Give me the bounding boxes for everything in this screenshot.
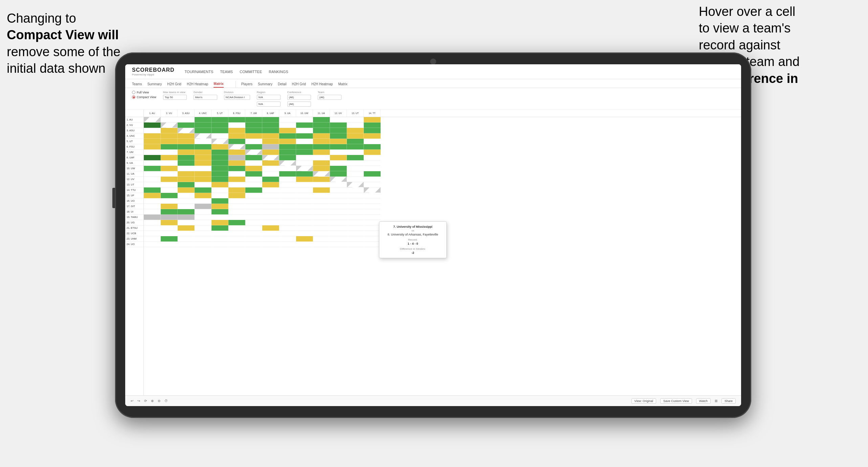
compact-view-option[interactable]: Compact View (132, 95, 156, 99)
region-filter: Region N/A N/A (257, 91, 281, 107)
table-row (144, 166, 741, 171)
tooltip-record-label: Record: (384, 238, 442, 241)
sub-tabs: Teams Summary H2H Grid H2H Heatmap Matri… (125, 79, 741, 88)
annotation-left-line3: remove some of the (7, 45, 120, 59)
full-view-radio[interactable] (132, 91, 135, 94)
team-select[interactable]: (All) (318, 95, 341, 100)
row-label-19: 19. TAMU (125, 215, 143, 220)
tab-teams[interactable]: Teams (132, 81, 142, 87)
row-label-3: 3. ASU (125, 128, 143, 133)
table-row (144, 150, 741, 155)
tab-matrix2[interactable]: Matrix (338, 81, 348, 87)
annotation-right-line3: record against (699, 38, 780, 52)
tablet-frame: SCOREBOARD Powered by clippd TOURNAMENTS… (115, 52, 751, 418)
logo-title: SCOREBOARD (132, 67, 175, 73)
table-row (144, 128, 741, 133)
division-filter: Division NCAA Division I (224, 91, 250, 100)
row-label-11: 11. UA (125, 171, 143, 177)
table-row (144, 204, 741, 209)
gender-select[interactable]: Men's (194, 95, 217, 100)
row-label-10: 10. UW (125, 166, 143, 171)
tooltip-team1: 7. University of Mississippi (384, 225, 442, 228)
compact-view-radio[interactable] (132, 95, 135, 99)
logo-subtitle: Powered by clippd (132, 73, 154, 76)
col-headers: 1. AU 2. VU 3. ASU 4. UNC 5. UT 6. FSU 7… (144, 110, 741, 117)
row-label-17: 17. GIT (125, 204, 143, 209)
row-label-14: 14. TTU (125, 187, 143, 193)
row-labels: 1. AU 2. VU 3. ASU 4. UNC 5. UT 6. FSU 7… (125, 110, 144, 395)
gender-label: Gender (194, 91, 217, 94)
row-label-23: 23. UNM (125, 236, 143, 242)
max-teams-filter: Max teams in view Top 50 (163, 91, 187, 100)
tab-players[interactable]: Players (241, 81, 252, 87)
nav-rankings[interactable]: RANKINGS (269, 68, 288, 75)
full-view-option[interactable]: Full View (132, 91, 156, 94)
matrix-area: 1. AU 2. VU 3. ASU 4. UNC 5. UT 6. FSU 7… (125, 110, 741, 395)
tab-h2h-heatmap2[interactable]: H2H Heatmap (311, 81, 333, 87)
tab-detail[interactable]: Detail (278, 81, 287, 87)
region-select2[interactable]: N/A (257, 102, 281, 107)
row-label-15: 15. UF (125, 193, 143, 198)
table-row (144, 182, 741, 187)
table-row (144, 123, 741, 128)
nav-tournaments[interactable]: TOURNAMENTS (185, 68, 214, 75)
row-label-7: 7. UM (125, 150, 143, 155)
annotation-right-line2: to view a team's (699, 21, 791, 35)
max-teams-label: Max teams in view (163, 91, 187, 94)
tab-matrix1[interactable]: Matrix (214, 81, 223, 88)
tablet-screen: SCOREBOARD Powered by clippd TOURNAMENTS… (125, 64, 741, 406)
tab-summary2[interactable]: Summary (258, 81, 272, 87)
row-label-16: 16. UO (125, 198, 143, 204)
tab-h2h-grid2[interactable]: H2H Grid (292, 81, 306, 87)
tab-summary1[interactable]: Summary (147, 81, 162, 87)
tooltip-record: 1 - 4 - 0 (384, 242, 442, 245)
annotation-right-line1: Hover over a cell (699, 4, 795, 19)
table-row (144, 133, 741, 139)
table-row (144, 187, 741, 193)
conference-select2[interactable]: (All) (287, 102, 311, 107)
scoreboard-header: SCOREBOARD Powered by clippd TOURNAMENTS… (125, 64, 741, 79)
conference-select1[interactable]: (All) (287, 95, 311, 100)
row-label-13: 13. UT (125, 182, 143, 187)
col-10: 10. UW (296, 110, 313, 117)
row-label-1: 1. AU (125, 117, 143, 123)
annotation-left-line4: initial data shown (7, 61, 106, 75)
gender-filter: Gender Men's (194, 91, 217, 100)
tab-h2h-heatmap1[interactable]: H2H Heatmap (187, 81, 208, 87)
table-row (144, 144, 741, 150)
col-8: 8. UAF (262, 110, 279, 117)
annotation-left-line1: Changing to (7, 11, 76, 25)
row-label-6: 6. FSU (125, 144, 143, 150)
region-label: Region (257, 91, 281, 94)
row-label-18: 18. UI (125, 209, 143, 215)
row-label-22: 22. UCB (125, 231, 143, 236)
table-row (144, 198, 741, 204)
conference-filter: Conference (All) (All) (287, 91, 311, 107)
col-12: 12. UV (330, 110, 347, 117)
row-label-5: 5. UT (125, 139, 143, 144)
tab-h2h-grid1[interactable]: H2H Grid (167, 81, 181, 87)
tooltip-strokes-label: Difference in Strokes: (384, 247, 442, 250)
table-row (144, 160, 741, 166)
main-nav: TOURNAMENTS TEAMS COMMITTEE RANKINGS (185, 68, 288, 75)
col-1: 1. AU (144, 110, 161, 117)
nav-committee[interactable]: COMMITTEE (240, 68, 262, 75)
max-teams-select[interactable]: Top 50 (163, 95, 187, 100)
filters-row: Full View Compact View Max teams in view… (125, 88, 741, 110)
row-label-2: 2. VU (125, 123, 143, 128)
table-row (144, 209, 741, 215)
cell-tooltip: 7. University of Mississippi vs 8. Unive… (379, 221, 447, 258)
region-select1[interactable]: N/A (257, 95, 281, 100)
col-3: 3. ASU (178, 110, 195, 117)
annotation-left-bold: Compact View will (7, 28, 119, 42)
row-label-8: 8. UAF (125, 155, 143, 160)
table-row (144, 171, 741, 177)
division-select[interactable]: NCAA Division I (224, 95, 250, 100)
scoreboard-logo: SCOREBOARD Powered by clippd (132, 67, 175, 76)
nav-teams[interactable]: TEAMS (220, 68, 233, 75)
col-5: 5. UT (212, 110, 228, 117)
division-label: Division (224, 91, 250, 94)
col-13: 13. UT (347, 110, 364, 117)
row-label-21: 21. ETSU (125, 225, 143, 231)
col-6: 6. FSU (228, 110, 245, 117)
